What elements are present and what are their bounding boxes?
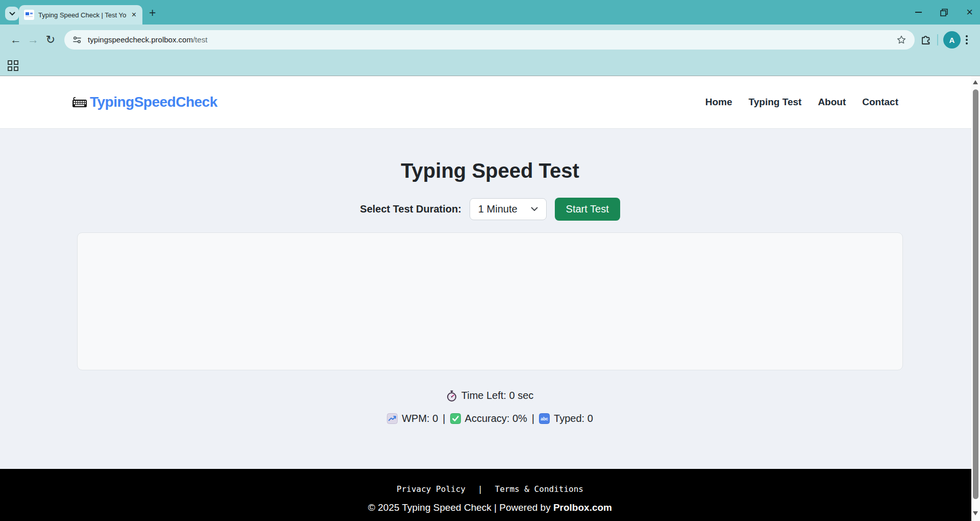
site-header: TypingSpeedCheck Home Typing Test About … [0, 76, 980, 129]
duration-label: Select Test Duration: [360, 203, 461, 215]
tune-icon[interactable] [72, 35, 82, 44]
maximize-button[interactable] [940, 9, 948, 16]
tab-search-button[interactable] [5, 7, 19, 20]
browser-menu-icon[interactable] [961, 33, 973, 46]
scroll-down-icon[interactable] [973, 511, 978, 515]
start-test-button[interactable]: Start Test [555, 198, 620, 221]
scrollbar-thumb[interactable] [973, 89, 978, 499]
forward-icon[interactable]: → [24, 33, 42, 46]
privacy-policy-link[interactable]: Privacy Policy [397, 484, 465, 494]
site-footer: Privacy Policy | Terms & Conditions © 20… [0, 469, 980, 521]
window-controls: × [915, 0, 973, 25]
restore-icon [940, 9, 948, 16]
main-content: Typing Speed Test Select Test Duration: … [0, 159, 980, 424]
check-mark-icon [450, 413, 461, 424]
footer-copyright: © 2025 Typing Speed Check | Powered by P… [0, 502, 980, 513]
logo-text: TypingSpeedCheck [90, 94, 217, 110]
accuracy-text: Accuracy: 0% [465, 413, 527, 424]
test-controls: Select Test Duration: 1 Minute Start Tes… [0, 198, 980, 221]
page-scrollbar[interactable] [971, 76, 980, 521]
typed-stat: abc Typed: 0 [539, 413, 593, 424]
accuracy-stat: Accuracy: 0% [450, 413, 527, 424]
keyboard-icon [71, 96, 88, 108]
chevron-down-icon [9, 12, 15, 16]
site-logo[interactable]: TypingSpeedCheck [71, 94, 217, 110]
back-icon[interactable]: ← [7, 33, 24, 46]
footer-links: Privacy Policy | Terms & Conditions [0, 469, 980, 494]
bookmarks-bar [0, 55, 980, 76]
url-host: typingspeedcheck.prolbox.com [88, 35, 193, 44]
site-nav: Home Typing Test About Contact [705, 97, 898, 108]
close-button[interactable]: × [966, 7, 973, 18]
page-content: TypingSpeedCheck Home Typing Test About … [0, 76, 980, 521]
typing-text-area[interactable] [77, 232, 903, 370]
scroll-up-icon[interactable] [973, 80, 978, 84]
site-favicon-icon [24, 10, 34, 20]
page-title: Typing Speed Test [0, 159, 980, 182]
stat-separator: | [443, 413, 445, 424]
tab-title: Typing Speed Check | Test Your [38, 11, 127, 19]
stats-row: WPM: 0 | Accuracy: 0% | abc [0, 413, 980, 424]
browser-toolbar: ← → ↻ typingspeedcheck.prolbox.com/test … [0, 25, 980, 55]
nav-link-contact[interactable]: Contact [862, 97, 898, 108]
terms-conditions-link[interactable]: Terms & Conditions [495, 484, 583, 494]
url-path: /test [193, 35, 207, 44]
minimize-icon [915, 12, 922, 13]
typed-text: Typed: 0 [554, 413, 593, 424]
apps-grid-icon[interactable] [8, 60, 18, 71]
abc-letters-icon: abc [539, 413, 550, 424]
url-text[interactable]: typingspeedcheck.prolbox.com/test [88, 35, 207, 44]
time-left-text: Time Left: 0 sec [461, 390, 534, 401]
wpm-text: WPM: 0 [402, 413, 438, 424]
browser-titlebar: Typing Speed Check | Test Your × + × [0, 0, 980, 25]
toolbar-separator [937, 34, 938, 45]
profile-avatar[interactable]: A [943, 31, 961, 49]
tab-close-icon[interactable]: × [131, 11, 137, 19]
copyright-text: © 2025 Typing Speed Check | Powered by [368, 502, 553, 513]
wpm-stat: WPM: 0 [387, 413, 438, 424]
bookmark-star-icon[interactable] [896, 35, 906, 45]
nav-link-typing-test[interactable]: Typing Test [749, 97, 802, 108]
nav-link-about[interactable]: About [818, 97, 846, 108]
timer-row: Time Left: 0 sec [0, 390, 980, 401]
svg-text:abc: abc [541, 416, 548, 421]
stat-separator: | [532, 413, 534, 424]
copyright-brand: Prolbox.com [553, 502, 612, 513]
footer-separator: | [478, 484, 483, 494]
address-bar[interactable]: typingspeedcheck.prolbox.com/test [64, 30, 915, 50]
browser-tab[interactable]: Typing Speed Check | Test Your × [19, 5, 142, 25]
nav-link-home[interactable]: Home [705, 97, 732, 108]
reload-icon[interactable]: ↻ [42, 33, 59, 46]
select-chevron-icon [531, 207, 538, 211]
stopwatch-icon [447, 390, 457, 401]
new-tab-button[interactable]: + [149, 6, 156, 20]
chart-increasing-icon [387, 413, 398, 424]
minimize-button[interactable] [915, 12, 922, 13]
extensions-puzzle-icon[interactable] [920, 34, 932, 46]
duration-value: 1 Minute [478, 203, 518, 215]
duration-select[interactable]: 1 Minute [470, 198, 547, 220]
